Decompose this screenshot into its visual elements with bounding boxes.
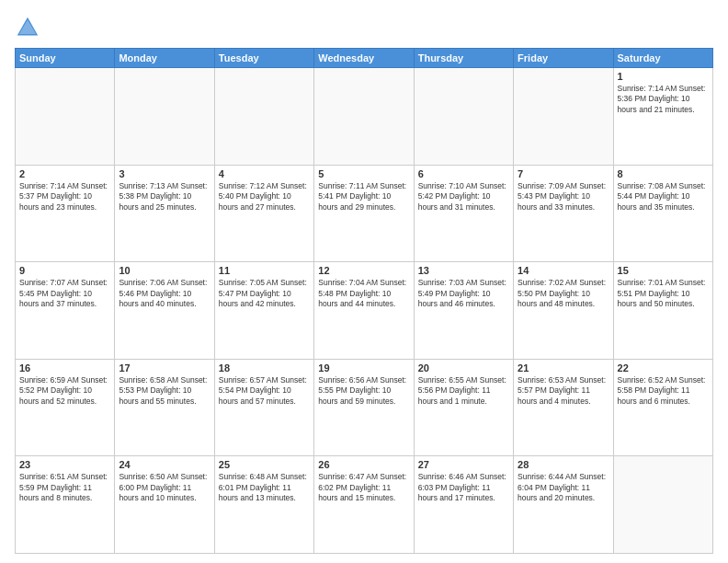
weekday-header: Thursday bbox=[414, 49, 513, 68]
day-info: Sunrise: 7:12 AM Sunset: 5:40 PM Dayligh… bbox=[219, 181, 310, 213]
calendar-cell: 17Sunrise: 6:58 AM Sunset: 5:53 PM Dayli… bbox=[115, 359, 214, 456]
day-number: 19 bbox=[318, 362, 409, 373]
day-info: Sunrise: 6:51 AM Sunset: 5:59 PM Dayligh… bbox=[19, 472, 110, 503]
calendar-cell bbox=[16, 68, 115, 166]
day-info: Sunrise: 7:13 AM Sunset: 5:38 PM Dayligh… bbox=[119, 181, 210, 213]
day-info: Sunrise: 7:06 AM Sunset: 5:46 PM Dayligh… bbox=[119, 278, 210, 309]
calendar-cell: 21Sunrise: 6:53 AM Sunset: 5:57 PM Dayli… bbox=[514, 359, 613, 456]
calendar-cell: 24Sunrise: 6:50 AM Sunset: 6:00 PM Dayli… bbox=[115, 456, 214, 554]
day-info: Sunrise: 7:09 AM Sunset: 5:43 PM Dayligh… bbox=[518, 181, 609, 213]
calendar-cell: 10Sunrise: 7:06 AM Sunset: 5:46 PM Dayli… bbox=[115, 262, 214, 360]
day-info: Sunrise: 6:55 AM Sunset: 5:56 PM Dayligh… bbox=[418, 375, 509, 407]
day-number: 15 bbox=[618, 265, 709, 276]
day-number: 8 bbox=[618, 168, 709, 179]
day-info: Sunrise: 7:01 AM Sunset: 5:51 PM Dayligh… bbox=[618, 278, 709, 309]
header bbox=[15, 15, 713, 40]
calendar-cell: 9Sunrise: 7:07 AM Sunset: 5:45 PM Daylig… bbox=[16, 262, 115, 360]
calendar-cell: 14Sunrise: 7:02 AM Sunset: 5:50 PM Dayli… bbox=[514, 262, 613, 360]
day-info: Sunrise: 6:56 AM Sunset: 5:55 PM Dayligh… bbox=[318, 375, 409, 407]
calendar-cell bbox=[115, 68, 214, 166]
day-info: Sunrise: 7:14 AM Sunset: 5:36 PM Dayligh… bbox=[618, 84, 709, 115]
calendar-cell: 8Sunrise: 7:08 AM Sunset: 5:44 PM Daylig… bbox=[613, 165, 712, 262]
weekday-header: Tuesday bbox=[214, 49, 313, 68]
day-info: Sunrise: 7:03 AM Sunset: 5:49 PM Dayligh… bbox=[418, 278, 509, 309]
day-number: 16 bbox=[19, 362, 110, 373]
calendar-week-row: 1Sunrise: 7:14 AM Sunset: 5:36 PM Daylig… bbox=[16, 68, 713, 166]
day-number: 1 bbox=[618, 71, 709, 82]
day-info: Sunrise: 7:04 AM Sunset: 5:48 PM Dayligh… bbox=[318, 278, 409, 309]
day-info: Sunrise: 7:07 AM Sunset: 5:45 PM Dayligh… bbox=[19, 278, 110, 309]
day-info: Sunrise: 6:58 AM Sunset: 5:53 PM Dayligh… bbox=[119, 375, 210, 407]
day-info: Sunrise: 6:46 AM Sunset: 6:03 PM Dayligh… bbox=[418, 472, 509, 503]
day-info: Sunrise: 6:50 AM Sunset: 6:00 PM Dayligh… bbox=[119, 472, 210, 503]
calendar-cell: 7Sunrise: 7:09 AM Sunset: 5:43 PM Daylig… bbox=[514, 165, 613, 262]
day-info: Sunrise: 7:10 AM Sunset: 5:42 PM Dayligh… bbox=[418, 181, 509, 213]
day-number: 23 bbox=[19, 459, 110, 470]
calendar: SundayMondayTuesdayWednesdayThursdayFrid… bbox=[15, 48, 713, 554]
day-number: 26 bbox=[318, 459, 409, 470]
page: SundayMondayTuesdayWednesdayThursdayFrid… bbox=[0, 0, 728, 563]
calendar-cell: 11Sunrise: 7:05 AM Sunset: 5:47 PM Dayli… bbox=[214, 262, 313, 360]
calendar-week-row: 9Sunrise: 7:07 AM Sunset: 5:45 PM Daylig… bbox=[16, 262, 713, 360]
day-number: 3 bbox=[119, 168, 210, 179]
calendar-cell: 18Sunrise: 6:57 AM Sunset: 5:54 PM Dayli… bbox=[214, 359, 313, 456]
calendar-cell: 1Sunrise: 7:14 AM Sunset: 5:36 PM Daylig… bbox=[613, 68, 712, 166]
day-info: Sunrise: 6:48 AM Sunset: 6:01 PM Dayligh… bbox=[219, 472, 310, 503]
day-number: 25 bbox=[219, 459, 310, 470]
logo bbox=[15, 15, 44, 40]
calendar-cell bbox=[613, 456, 712, 554]
calendar-cell: 23Sunrise: 6:51 AM Sunset: 5:59 PM Dayli… bbox=[16, 456, 115, 554]
day-info: Sunrise: 7:11 AM Sunset: 5:41 PM Dayligh… bbox=[318, 181, 409, 213]
day-number: 27 bbox=[418, 459, 509, 470]
day-info: Sunrise: 6:59 AM Sunset: 5:52 PM Dayligh… bbox=[19, 375, 110, 407]
day-number: 13 bbox=[418, 265, 509, 276]
calendar-cell: 4Sunrise: 7:12 AM Sunset: 5:40 PM Daylig… bbox=[214, 165, 313, 262]
calendar-cell: 12Sunrise: 7:04 AM Sunset: 5:48 PM Dayli… bbox=[314, 262, 414, 360]
day-number: 17 bbox=[119, 362, 210, 373]
calendar-cell: 20Sunrise: 6:55 AM Sunset: 5:56 PM Dayli… bbox=[414, 359, 513, 456]
day-number: 7 bbox=[518, 168, 609, 179]
calendar-cell: 22Sunrise: 6:52 AM Sunset: 5:58 PM Dayli… bbox=[613, 359, 712, 456]
day-info: Sunrise: 6:57 AM Sunset: 5:54 PM Dayligh… bbox=[219, 375, 310, 407]
day-number: 6 bbox=[418, 168, 509, 179]
day-number: 2 bbox=[19, 168, 110, 179]
day-info: Sunrise: 7:02 AM Sunset: 5:50 PM Dayligh… bbox=[518, 278, 609, 309]
day-info: Sunrise: 6:52 AM Sunset: 5:58 PM Dayligh… bbox=[618, 375, 709, 407]
calendar-header-row: SundayMondayTuesdayWednesdayThursdayFrid… bbox=[16, 49, 713, 68]
day-info: Sunrise: 7:05 AM Sunset: 5:47 PM Dayligh… bbox=[219, 278, 310, 309]
day-number: 20 bbox=[418, 362, 509, 373]
day-number: 21 bbox=[518, 362, 609, 373]
day-number: 9 bbox=[19, 265, 110, 276]
calendar-cell bbox=[314, 68, 414, 166]
calendar-week-row: 23Sunrise: 6:51 AM Sunset: 5:59 PM Dayli… bbox=[16, 456, 713, 554]
day-number: 18 bbox=[219, 362, 310, 373]
day-number: 4 bbox=[219, 168, 310, 179]
logo-icon bbox=[15, 15, 40, 40]
weekday-header: Monday bbox=[115, 49, 214, 68]
day-number: 5 bbox=[318, 168, 409, 179]
calendar-cell: 28Sunrise: 6:44 AM Sunset: 6:04 PM Dayli… bbox=[514, 456, 613, 554]
calendar-cell: 27Sunrise: 6:46 AM Sunset: 6:03 PM Dayli… bbox=[414, 456, 513, 554]
calendar-cell: 6Sunrise: 7:10 AM Sunset: 5:42 PM Daylig… bbox=[414, 165, 513, 262]
day-number: 10 bbox=[119, 265, 210, 276]
calendar-cell bbox=[414, 68, 513, 166]
calendar-week-row: 16Sunrise: 6:59 AM Sunset: 5:52 PM Dayli… bbox=[16, 359, 713, 456]
day-number: 28 bbox=[518, 459, 609, 470]
day-info: Sunrise: 7:14 AM Sunset: 5:37 PM Dayligh… bbox=[19, 181, 110, 213]
day-info: Sunrise: 7:08 AM Sunset: 5:44 PM Dayligh… bbox=[618, 181, 709, 213]
calendar-cell: 16Sunrise: 6:59 AM Sunset: 5:52 PM Dayli… bbox=[16, 359, 115, 456]
weekday-header: Friday bbox=[514, 49, 613, 68]
calendar-cell: 15Sunrise: 7:01 AM Sunset: 5:51 PM Dayli… bbox=[613, 262, 712, 360]
day-number: 12 bbox=[318, 265, 409, 276]
calendar-cell: 19Sunrise: 6:56 AM Sunset: 5:55 PM Dayli… bbox=[314, 359, 414, 456]
calendar-cell bbox=[214, 68, 313, 166]
calendar-cell: 3Sunrise: 7:13 AM Sunset: 5:38 PM Daylig… bbox=[115, 165, 214, 262]
day-info: Sunrise: 6:53 AM Sunset: 5:57 PM Dayligh… bbox=[518, 375, 609, 407]
calendar-cell: 13Sunrise: 7:03 AM Sunset: 5:49 PM Dayli… bbox=[414, 262, 513, 360]
day-number: 11 bbox=[219, 265, 310, 276]
svg-marker-1 bbox=[19, 20, 36, 34]
calendar-cell bbox=[514, 68, 613, 166]
day-number: 24 bbox=[119, 459, 210, 470]
weekday-header: Saturday bbox=[613, 49, 712, 68]
day-info: Sunrise: 6:44 AM Sunset: 6:04 PM Dayligh… bbox=[518, 472, 609, 503]
